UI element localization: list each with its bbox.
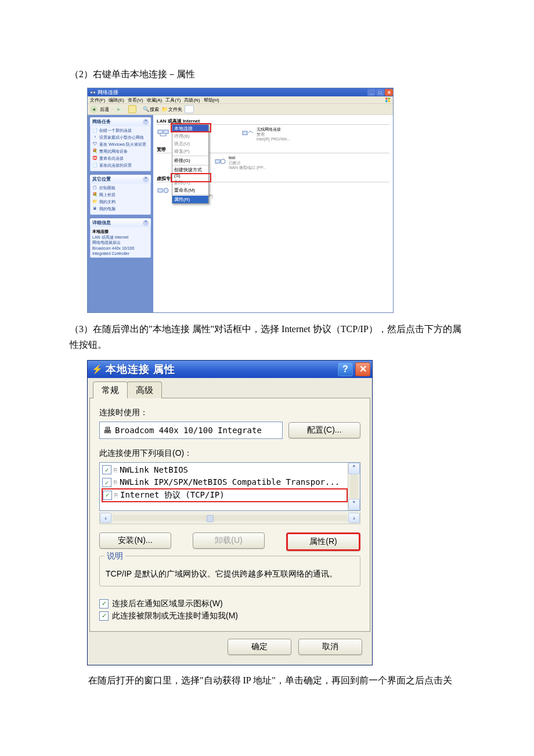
connection-icon: ⚡ [92,364,103,375]
help-button[interactable]: ? [338,362,353,376]
task-item[interactable]: 🛡更改 Windows 防火墙设置 [92,142,149,147]
forward-button[interactable]: ► [115,106,122,113]
detail-status: 网络电缆被拔出 [92,240,121,244]
checkbox-icon[interactable]: ✓ [102,465,111,474]
place-item[interactable]: 💐网上邻居 [92,192,149,198]
titlebar: 网络连接 _ □ ✕ [88,88,393,96]
broadband-item[interactable]: test 已断开 WAN 微型端口 (PP... [214,156,266,170]
scroll-up-icon[interactable]: ˄ [348,463,360,474]
instruction-step-2: （2）右键单击本地连接－属性 [70,66,464,82]
label-items: 此连接使用下列项目(O)： [99,448,360,459]
scroll-thumb[interactable] [207,515,214,522]
network-icon [90,89,96,95]
checkbox-icon[interactable]: ✓ [102,478,111,487]
description-group: 说明 TCP/IP 是默认的广域网协议。它提供跨越多种互联网络的通讯。 [99,556,360,586]
ctx-delete[interactable]: 删除(D) [172,179,208,186]
ctx-bridge[interactable]: 桥接(G) [172,157,208,164]
tab-advanced[interactable]: 高级 [127,381,162,398]
network-tasks-panel: 网络任务⌃ 📄创建一个新的连接 ♀设置家庭或小型办公网络 🛡更改 Windows… [90,117,151,171]
detail-name: 本地连接 [92,229,109,233]
ctx-shortcut[interactable]: 创建快捷方式(S) [172,166,208,179]
wlan-icon [241,127,254,140]
protocol-icon: ⎘ [114,491,118,500]
maximize-button[interactable]: □ [376,89,384,96]
folders-button[interactable]: 文件夹 [161,106,182,113]
label-connect-using: 连接时使用： [99,408,360,418]
windows-logo-icon [385,97,391,103]
menu-view[interactable]: 查看(V) [128,97,143,103]
views-button[interactable] [185,105,194,113]
ctx-properties[interactable]: 属性(R) [172,196,208,203]
checkbox-icon[interactable]: ✓ [99,611,109,621]
place-item[interactable]: 📁我的文档 [92,199,149,205]
group-legend: 说明 [104,551,125,561]
svg-rect-10 [215,160,220,163]
components-list[interactable]: ✓ ⎘ NWLink NetBIOS ✓ ⎘ NWLink IPX/SPX/Ne… [99,462,360,511]
wireless-connection-item[interactable]: 无线网络连接 禁用 Intel(R) PRO/Wir... [241,127,290,142]
nic-icon: 🖶 [103,426,111,435]
menu-adv[interactable]: 高级(N) [184,97,200,103]
install-button[interactable]: 安装(N)... [99,532,171,549]
back-button[interactable]: ◄ [90,106,98,113]
uninstall-button[interactable]: 卸载(U) [193,532,265,549]
title-text: 网络连接 [98,89,118,96]
ok-button[interactable]: 确定 [228,639,291,655]
cancel-button[interactable]: 取消 [298,639,362,655]
list-item-tcpip[interactable]: ✓ ⎘ Internet 协议 (TCP/IP) [102,489,347,502]
show-icon-checkbox[interactable]: ✓ 连接后在通知区域显示图标(W) [99,599,360,609]
vpn-icon [157,185,169,197]
tabs: 常规 高级 [89,379,370,398]
close-button[interactable]: ✕ [355,362,370,376]
collapse-icon[interactable]: ⌃ [143,119,149,125]
menu-fav[interactable]: 收藏(A) [147,97,163,103]
toolbar: ◄ 后退 · ► · 搜索 文件夹 [88,104,393,115]
ctx-status[interactable]: 状态(U) [172,140,208,147]
ctx-rename[interactable]: 重命名(M) [172,186,208,194]
minimize-button[interactable]: _ [367,89,376,96]
horizontal-scrollbar[interactable]: ‹ › [99,512,360,524]
network-connections-window: 网络连接 _ □ ✕ 文件(F) 编辑(E) 查看(V) 收藏(A) 工具(T)… [87,88,394,313]
scroll-down-icon[interactable]: ˅ [348,499,360,510]
task-item[interactable]: 📛重命名此连接 [92,156,149,161]
protocol-icon: ⎘ [114,478,117,487]
task-item[interactable]: 💐禁用此网络设备 [92,149,149,154]
ctx-disable[interactable]: 停用(B) [172,132,208,140]
panel-header: 其它位置 [92,176,111,182]
checkbox-icon[interactable]: ✓ [99,599,109,609]
scroll-right-icon[interactable]: › [348,513,360,523]
menu-file[interactable]: 文件(F) [90,97,105,103]
svg-rect-12 [158,189,163,192]
properties-button[interactable]: 属性(R) [286,532,360,551]
menu-help[interactable]: 帮助(H) [204,97,219,103]
svg-rect-3 [385,98,387,99]
close-button[interactable]: ✕ [385,89,393,96]
task-item[interactable]: 📄创建一个新的连接 [92,128,149,134]
collapse-icon[interactable]: ⌃ [143,177,149,182]
tab-general[interactable]: 常规 [93,381,128,398]
collapse-icon[interactable]: ⌃ [143,220,149,226]
up-button[interactable] [128,105,136,113]
svg-point-11 [221,159,225,164]
scroll-left-icon[interactable]: ‹ [100,513,111,523]
task-item[interactable]: ♀设置家庭或小型办公网络 [92,135,149,141]
other-places-panel: 其它位置⌃ ▢控制面板 💐网上邻居 📁我的文档 🖥我的电脑 [90,175,151,215]
task-item[interactable]: 📄更改此连接的设置 [92,163,149,168]
svg-rect-6 [388,100,390,102]
panel-header: 网络任务 [92,118,111,125]
search-button[interactable]: 搜索 [143,106,159,113]
svg-point-13 [164,188,168,193]
menu-edit[interactable]: 编辑(E) [109,97,124,103]
list-item[interactable]: ✓ ⎘ NWLink IPX/SPX/NetBIOS Compatible Tr… [102,476,347,489]
place-item[interactable]: ▢控制面板 [92,185,149,191]
place-item[interactable]: 🖥我的电脑 [92,206,149,212]
dialog-titlebar: ⚡ 本地连接 属性 ? ✕ [88,361,372,378]
checkbox-icon[interactable]: ✓ [103,491,112,500]
ctx-repair[interactable]: 修复(P) [172,147,208,155]
vertical-scrollbar[interactable]: ˄ ˅ [348,463,360,510]
notify-checkbox[interactable]: ✓ 此连接被限制或无连接时通知我(M) [99,611,360,621]
menu-tools[interactable]: 工具(T) [165,97,181,103]
context-menu: 本地连接 停用(B) 状态(U) 修复(P) 桥接(G) 创建快捷方式(S) 删… [172,124,209,204]
checkbox-label: 连接后在通知区域显示图标(W) [112,599,223,609]
list-item[interactable]: ✓ ⎘ NWLink NetBIOS [102,464,347,477]
configure-button[interactable]: 配置(C)... [288,422,360,438]
